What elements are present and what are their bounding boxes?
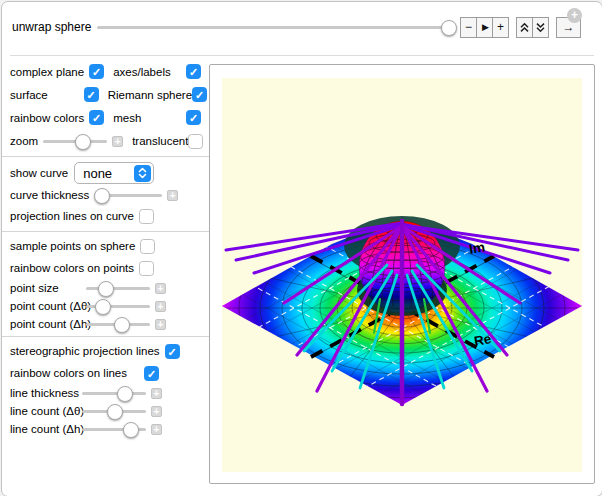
curve-thickness-stepper-icon[interactable]: + (167, 190, 178, 201)
line-count-h-stepper-icon[interactable]: + (151, 424, 162, 435)
unwrap-sphere-label: unwrap sphere (12, 20, 91, 34)
riemann-sphere-3d-view[interactable]: Re Im (222, 78, 582, 472)
show-curve-value: none (75, 166, 112, 181)
slider-thumb[interactable] (75, 134, 91, 150)
slider-thumb[interactable] (114, 317, 130, 333)
projection-lines-on-curve-checkbox[interactable] (139, 209, 154, 224)
top-divider (10, 55, 594, 56)
step-controls: − ▶ + (460, 17, 509, 38)
section-divider (2, 231, 209, 232)
sample-points-label: sample points on sphere (10, 240, 135, 252)
manipulate-window: unwrap sphere − ▶ + → + (1, 1, 602, 496)
section-divider (2, 156, 209, 157)
translucent-label: translucent (132, 135, 188, 147)
zoom-slider[interactable] (43, 133, 107, 149)
point-count-theta-label: point count (Δθ) (10, 300, 86, 312)
rainbow-lines-checkbox[interactable] (144, 366, 159, 381)
rainbow-points-checkbox[interactable] (139, 261, 154, 276)
line-thickness-slider[interactable] (82, 385, 146, 401)
slider-thumb[interactable] (94, 188, 110, 204)
slider-thumb[interactable] (98, 281, 114, 297)
slider-track[interactable] (82, 392, 146, 395)
collapse-plus-icon[interactable]: + (567, 8, 582, 23)
axes-labels-label: axes/labels (113, 66, 171, 78)
zoom-label: zoom (10, 135, 38, 147)
rainbow-colors-label: rainbow colors (10, 112, 84, 124)
mesh-label: mesh (113, 112, 141, 124)
unwrap-sphere-slider[interactable] (97, 19, 448, 35)
riemann-sphere-checkbox[interactable] (192, 87, 207, 102)
slider-thumb[interactable] (95, 299, 111, 315)
projection-lines-on-curve-label: projection lines on curve (10, 210, 134, 222)
axes-labels-checkbox[interactable] (186, 64, 201, 79)
line-count-theta-slider[interactable] (82, 403, 146, 419)
curve-thickness-slider[interactable] (94, 187, 162, 203)
point-size-label: point size (10, 282, 86, 294)
double-chevron-down-icon (535, 22, 546, 33)
line-thickness-stepper-icon[interactable]: + (151, 388, 162, 399)
slider-thumb[interactable] (123, 422, 139, 438)
line-count-theta-stepper-icon[interactable]: + (151, 406, 162, 417)
surface-checkbox[interactable] (84, 87, 99, 102)
re-axis-label: Re (473, 331, 493, 349)
complex-plane-checkbox[interactable] (89, 64, 104, 79)
rainbow-points-label: rainbow colors on points (10, 262, 134, 274)
surface-label: surface (10, 89, 48, 101)
im-axis-label: Im (468, 239, 486, 257)
speed-down-button[interactable] (532, 17, 549, 38)
stereographic-projection-graphic: Re Im (222, 78, 582, 472)
sample-points-checkbox[interactable] (140, 239, 155, 254)
point-count-h-label: point count (Δh) (10, 318, 86, 330)
double-chevron-up-icon (519, 22, 530, 33)
speed-controls (516, 17, 549, 38)
mesh-checkbox[interactable] (186, 110, 201, 125)
show-curve-label: show curve (10, 167, 68, 179)
point-count-theta-slider[interactable] (86, 298, 150, 314)
slider-thumb[interactable] (117, 386, 133, 402)
animation-bar: unwrap sphere − ▶ + → (12, 14, 588, 40)
line-thickness-label: line thickness (10, 387, 82, 399)
step-forward-button[interactable]: + (492, 17, 509, 38)
dropdown-chevrons-icon (134, 165, 151, 182)
rainbow-colors-checkbox[interactable] (89, 110, 104, 125)
stereo-lines-checkbox[interactable] (165, 344, 180, 359)
speed-up-button[interactable] (516, 17, 533, 38)
rainbow-lines-label: rainbow colors on lines (10, 367, 127, 379)
graphics-frame: Re Im (209, 64, 595, 484)
point-count-h-slider[interactable] (86, 316, 150, 332)
play-button[interactable]: ▶ (476, 17, 493, 38)
zoom-stepper-icon[interactable]: + (112, 136, 123, 147)
translucent-checkbox[interactable] (188, 134, 203, 149)
point-count-theta-stepper-icon[interactable]: + (155, 301, 166, 312)
slider-track[interactable] (97, 26, 448, 29)
step-back-button[interactable]: − (460, 17, 477, 38)
section-divider (2, 336, 209, 337)
riemann-sphere-label: Riemann sphere (108, 89, 192, 101)
slider-thumb[interactable] (441, 20, 457, 36)
slider-track[interactable] (86, 287, 150, 290)
line-count-h-label: line count (Δh) (10, 423, 82, 435)
stereo-lines-label: stereographic projection lines (10, 345, 160, 357)
point-size-stepper-icon[interactable]: + (155, 283, 166, 294)
line-count-h-slider[interactable] (82, 421, 146, 437)
point-size-slider[interactable] (86, 280, 150, 296)
slider-thumb[interactable] (107, 404, 123, 420)
control-panel: complex plane axes/labels surface Rieman… (2, 60, 209, 438)
point-count-h-stepper-icon[interactable]: + (155, 319, 166, 330)
curve-thickness-label: curve thickness (10, 189, 89, 201)
line-count-theta-label: line count (Δθ) (10, 405, 82, 417)
complex-plane-label: complex plane (10, 66, 84, 78)
show-curve-dropdown[interactable]: none (74, 162, 154, 184)
